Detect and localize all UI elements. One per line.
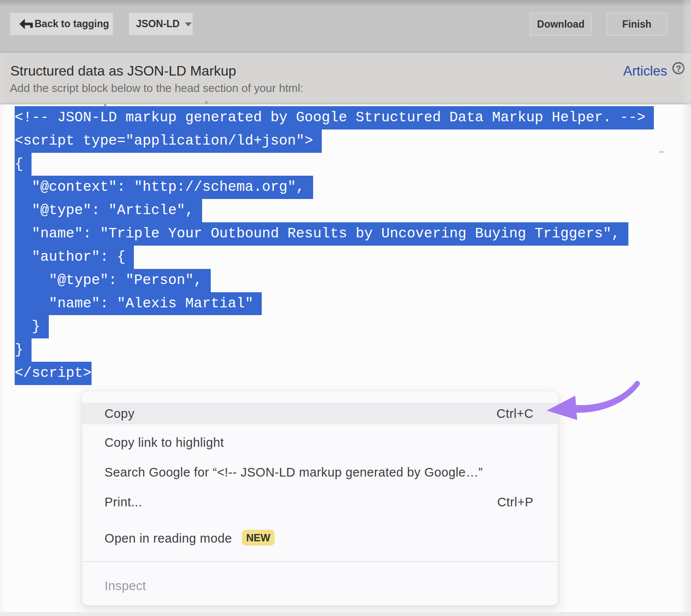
svg-text:?: ? bbox=[676, 64, 681, 73]
